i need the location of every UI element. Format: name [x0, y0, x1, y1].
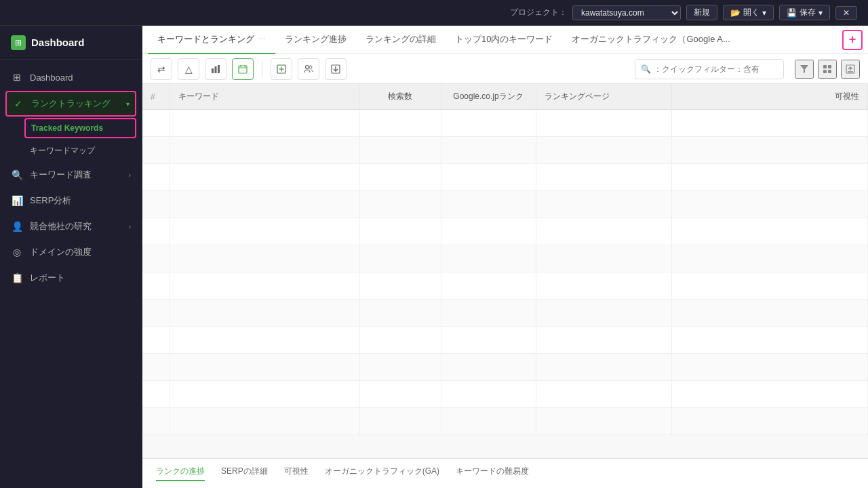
col-header-keyword: キーワード [170, 84, 359, 110]
sidebar-keyword-research-label: キーワード調査 [30, 169, 122, 181]
toolbar-btn-up[interactable]: △ [178, 58, 199, 80]
project-label: プロジェクト： [510, 7, 567, 18]
chevron-right-icon2: › [129, 223, 131, 230]
tab-keywords-ranking[interactable]: キーワードとランキング ⋯ [148, 26, 275, 54]
add-tab-button[interactable]: ↑ + [842, 30, 863, 50]
toolbar-right-icons [795, 60, 860, 79]
search-bar: 🔍 [635, 59, 784, 79]
col-header-num: # [142, 84, 170, 110]
sidebar-item-label: Dashboard [30, 73, 131, 83]
rank-tracking-icon: ✓ [12, 98, 24, 109]
svg-rect-2 [218, 65, 220, 73]
sidebar: ⊞ Dashboard ⊞ Dashboard ✓ ランクトラッキング ▾ Tr… [0, 26, 142, 488]
svg-rect-17 [823, 70, 827, 73]
content-area: キーワードとランキング ⋯ ランキング進捗 ランキングの詳細 トップ10内のキー… [142, 26, 868, 488]
table-row [142, 327, 868, 354]
table-row [142, 354, 868, 381]
svg-rect-3 [239, 66, 247, 73]
toolbar-icon-filter[interactable] [795, 60, 814, 79]
col-header-page: ランキングページ [536, 84, 671, 110]
svg-rect-1 [215, 66, 217, 73]
sidebar-serp-label: SERP分析 [30, 195, 131, 207]
toolbar-btn-chart[interactable] [205, 58, 226, 80]
table-row [142, 164, 868, 191]
table-row [142, 408, 868, 435]
table-header-row: # キーワード 検索数 Google.co.jpランク ランキングページ 可視性 [142, 84, 868, 110]
svg-rect-15 [823, 65, 827, 68]
svg-point-10 [306, 65, 309, 68]
svg-rect-16 [828, 65, 831, 68]
domain-icon: ◎ [11, 247, 23, 258]
sidebar-competitor-label: 競合他社の研究 [30, 220, 122, 232]
bottom-tab-visibility[interactable]: 可視性 [284, 466, 309, 481]
tab-organic-traffic[interactable]: オーガニックトラフィック（Google A... [562, 26, 739, 54]
keyword-map-label: キーワードマップ [30, 145, 95, 157]
tab-ranking-progress[interactable]: ランキング進捗 [275, 26, 356, 54]
sidebar-item-competitor-research[interactable]: 👤 競合他社の研究 › [0, 214, 142, 239]
sidebar-item-rank-tracking[interactable]: ✓ ランクトラッキング ▾ [5, 91, 136, 117]
col-header-visibility: 可視性 [671, 84, 868, 110]
toolbar: ⇄ △ 🔍 [142, 54, 868, 84]
table-wrapper: # キーワード 検索数 Google.co.jpランク ランキングページ 可視性 [142, 84, 868, 458]
tab-bar: キーワードとランキング ⋯ ランキング進捗 ランキングの詳細 トップ10内のキー… [142, 26, 868, 54]
close-button[interactable]: ✕ [835, 6, 857, 20]
bottom-tab-organic-traffic-ga[interactable]: オーガニックトラフィック(GA) [325, 466, 439, 481]
sidebar-item-reports[interactable]: 📋 レポート [0, 265, 142, 291]
toolbar-btn-refresh[interactable]: ⇄ [151, 58, 172, 80]
svg-point-11 [309, 66, 312, 68]
sidebar-item-tracked-keywords[interactable]: Tracked Keywords [24, 118, 136, 138]
bottom-tab-serp-details[interactable]: SERPの詳細 [221, 466, 268, 481]
search-icon: 🔍 [11, 169, 23, 180]
table-row [142, 137, 868, 164]
tracked-keywords-label: Tracked Keywords [31, 123, 103, 133]
logo-icon: ⊞ [11, 35, 26, 50]
project-select[interactable]: kawatatsuya.com [572, 5, 681, 20]
svg-rect-18 [828, 70, 831, 73]
toolbar-btn-users[interactable] [298, 58, 319, 80]
logo-text: Dashboard [31, 37, 84, 48]
sidebar-nav: ⊞ Dashboard ✓ ランクトラッキング ▾ Tracked Keywor… [0, 60, 142, 488]
open-button[interactable]: 📂 開く ▾ [723, 5, 774, 20]
bottom-tab-rank-progress[interactable]: ランクの進捗 [156, 466, 205, 481]
table-row [142, 300, 868, 327]
bar-chart-icon: 📊 [11, 195, 23, 206]
sidebar-item-serp-analysis[interactable]: 📊 SERP分析 [0, 188, 142, 214]
save-button[interactable]: 💾 保存 ▾ [779, 5, 830, 20]
tab-ranking-details[interactable]: ランキングの詳細 [356, 26, 446, 54]
toolbar-icon-grid[interactable] [818, 60, 837, 79]
bottom-tab-keyword-difficulty[interactable]: キーワードの難易度 [456, 466, 529, 481]
sidebar-rank-tracking-label: ランクトラッキング [31, 98, 119, 110]
sidebar-item-keyword-map[interactable]: キーワードマップ [0, 140, 142, 162]
keywords-table: # キーワード 検索数 Google.co.jpランク ランキングページ 可視性 [142, 84, 868, 435]
sidebar-item-dashboard[interactable]: ⊞ Dashboard [0, 65, 142, 89]
people-icon: 👤 [11, 221, 23, 232]
table-row [142, 218, 868, 245]
sidebar-domain-label: ドメインの強度 [30, 246, 131, 258]
svg-rect-0 [212, 68, 214, 73]
arrow-up-icon: ↑ [849, 26, 856, 28]
tab-top10-keywords[interactable]: トップ10内のキーワード [446, 26, 562, 54]
sidebar-item-keyword-research[interactable]: 🔍 キーワード調査 › [0, 162, 142, 188]
new-button[interactable]: 新規 [686, 5, 717, 20]
top-bar: プロジェクト： kawatatsuya.com 新規 📂 開く ▾ 💾 保存 ▾… [0, 0, 868, 26]
sidebar-item-domain-strength[interactable]: ◎ ドメインの強度 [0, 239, 142, 265]
toolbar-icon-export[interactable] [841, 60, 860, 79]
sidebar-logo: ⊞ Dashboard [0, 26, 142, 60]
search-bar-icon: 🔍 [641, 64, 651, 74]
table-row [142, 110, 868, 137]
chevron-right-icon: › [129, 171, 131, 179]
toolbar-btn-download[interactable] [325, 58, 347, 80]
tab-more-icon[interactable]: ⋯ [258, 35, 266, 43]
dashboard-icon: ⊞ [11, 72, 23, 83]
table-row [142, 245, 868, 272]
toolbar-btn-add[interactable] [271, 58, 292, 80]
sidebar-reports-label: レポート [30, 272, 131, 284]
search-input[interactable] [654, 64, 776, 74]
col-header-rank: Google.co.jpランク [441, 84, 536, 110]
toolbar-btn-calendar[interactable] [232, 58, 254, 80]
chevron-down-icon: ▾ [126, 100, 130, 108]
col-header-search: 検索数 [359, 84, 441, 110]
table-row [142, 381, 868, 408]
toolbar-separator [262, 61, 262, 77]
table-row [142, 272, 868, 300]
